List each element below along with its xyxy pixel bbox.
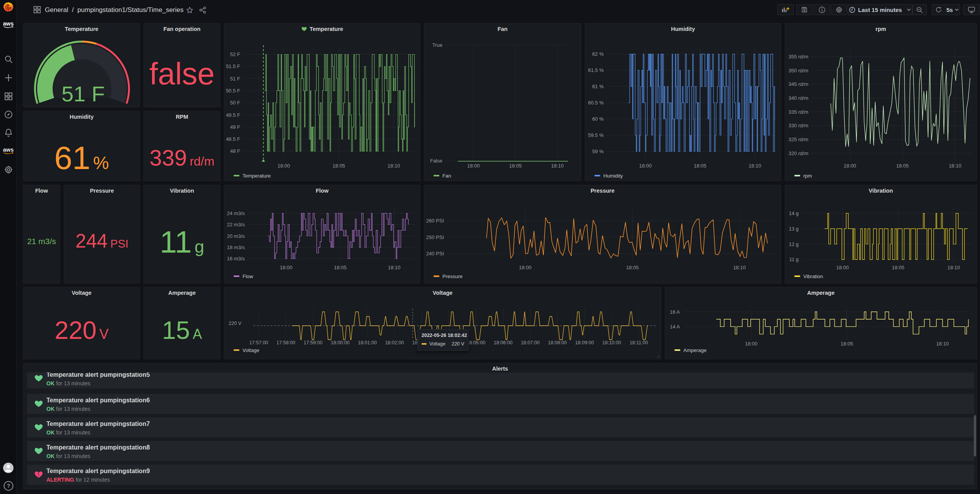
svg-text:51.5 F: 51.5 F [226,63,240,69]
svg-text:18:10: 18:10 [388,265,401,270]
svg-text:59.5 %: 59.5 % [588,132,604,138]
svg-text:rpm: rpm [803,173,812,179]
svg-text:18:00: 18:00 [467,163,480,169]
svg-text:62 %: 62 % [592,51,604,57]
svg-text:350 rd/m: 350 rd/m [789,68,808,74]
svg-text:49.5 F: 49.5 F [226,112,240,118]
svg-text:17:59:00: 17:59:00 [304,340,323,345]
svg-text:60 %: 60 % [592,116,604,122]
svg-text:18:10: 18:10 [748,163,761,169]
svg-text:18:10: 18:10 [948,265,960,270]
svg-text:17:58:00: 17:58:00 [277,340,295,345]
svg-text:18:00: 18:00 [280,265,293,270]
svg-text:Flow: Flow [242,273,253,279]
svg-text:18:10: 18:10 [949,163,961,169]
svg-text:60.5 %: 60.5 % [588,100,604,106]
svg-text:22 m3/s: 22 m3/s [227,222,245,227]
svg-text:18:05: 18:05 [626,265,639,270]
svg-text:51 F: 51 F [230,76,240,82]
svg-text:False: False [430,158,442,164]
svg-text:24 m3/s: 24 m3/s [227,210,245,216]
svg-text:48 F: 48 F [230,148,240,154]
svg-text:Vibration: Vibration [803,273,823,279]
svg-text:14 A: 14 A [670,324,680,330]
svg-text:320 rd/m: 320 rd/m [789,150,808,156]
svg-text:18:09:00: 18:09:00 [575,340,594,345]
svg-text:18:05: 18:05 [840,341,853,347]
svg-text:18:05: 18:05 [694,163,707,169]
svg-text:18:00: 18:00 [277,163,290,169]
svg-text:325 rd/m: 325 rd/m [789,137,808,142]
svg-text:48.5 F: 48.5 F [226,136,240,142]
svg-text:220 V: 220 V [229,321,241,326]
svg-text:True: True [432,42,442,48]
svg-text:20 m3/s: 20 m3/s [227,233,245,239]
svg-text:18:10: 18:10 [733,265,746,270]
svg-text:18:08:00: 18:08:00 [548,340,567,345]
svg-text:14 g: 14 g [789,210,799,216]
svg-text:Voltage: Voltage [242,347,259,353]
svg-text:260 PSI: 260 PSI [426,218,444,224]
svg-text:Fan: Fan [442,173,451,179]
svg-text:50 F: 50 F [230,100,240,106]
svg-text:18:10: 18:10 [388,163,400,169]
svg-text:aws: aws [3,21,14,27]
svg-text:12 g: 12 g [789,241,799,247]
svg-text:17:57:00: 17:57:00 [249,340,268,345]
svg-text:18:00: 18:00 [639,163,652,169]
svg-text:16 m3/s: 16 m3/s [227,256,245,262]
svg-text:18:10:00: 18:10:00 [602,340,621,345]
svg-text:18:00: 18:00 [519,265,532,270]
svg-text:250 PSI: 250 PSI [426,234,444,240]
svg-text:18 m3/s: 18 m3/s [227,244,245,250]
svg-text:18:02:00: 18:02:00 [385,340,404,345]
svg-text:11 g: 11 g [789,256,799,262]
svg-text:52 F: 52 F [230,51,240,57]
svg-text:18:07:00: 18:07:00 [521,340,540,345]
svg-text:240 PSI: 240 PSI [426,251,444,256]
svg-text:18:10: 18:10 [551,163,564,169]
svg-text:18:01:00: 18:01:00 [358,340,377,345]
svg-text:18:00: 18:00 [745,341,758,347]
svg-text:18:00:00: 18:00:00 [331,340,350,345]
svg-text:18:05: 18:05 [509,163,522,169]
svg-text:49 F: 49 F [230,124,240,130]
svg-text:18:05:00: 18:05:00 [466,340,485,345]
svg-text:18:05: 18:05 [896,163,909,169]
svg-text:355 rd/m: 355 rd/m [789,54,808,60]
svg-text:18:05: 18:05 [334,265,347,270]
svg-text:Pressure: Pressure [442,273,463,279]
svg-text:345 rd/m: 345 rd/m [789,81,808,87]
svg-text:18:00: 18:00 [843,163,856,169]
svg-text:330 rd/m: 330 rd/m [789,123,808,128]
svg-text:aws: aws [3,147,14,153]
svg-text:16 A: 16 A [670,309,680,315]
svg-text:61.5 %: 61.5 % [588,67,604,73]
svg-text:340 rd/m: 340 rd/m [789,95,808,101]
svg-text:18:06:00: 18:06:00 [493,340,512,345]
svg-text:18:05: 18:05 [892,265,905,270]
svg-text:61 %: 61 % [592,84,604,89]
svg-text:335 rd/m: 335 rd/m [789,109,808,115]
svg-text:51 F: 51 F [61,82,105,106]
svg-text:18:10: 18:10 [936,341,949,347]
svg-text:Amperage: Amperage [683,347,707,353]
svg-text:Humidity: Humidity [603,173,623,179]
svg-text:18:05: 18:05 [333,163,345,169]
svg-text:59 %: 59 % [592,149,604,154]
svg-text:?: ? [7,483,10,489]
svg-text:50.5 F: 50.5 F [226,88,240,94]
svg-text:13 g: 13 g [789,226,799,232]
svg-text:18:11:00: 18:11:00 [630,340,648,345]
svg-text:18:00: 18:00 [836,265,849,270]
svg-text:Temperature: Temperature [242,173,271,179]
